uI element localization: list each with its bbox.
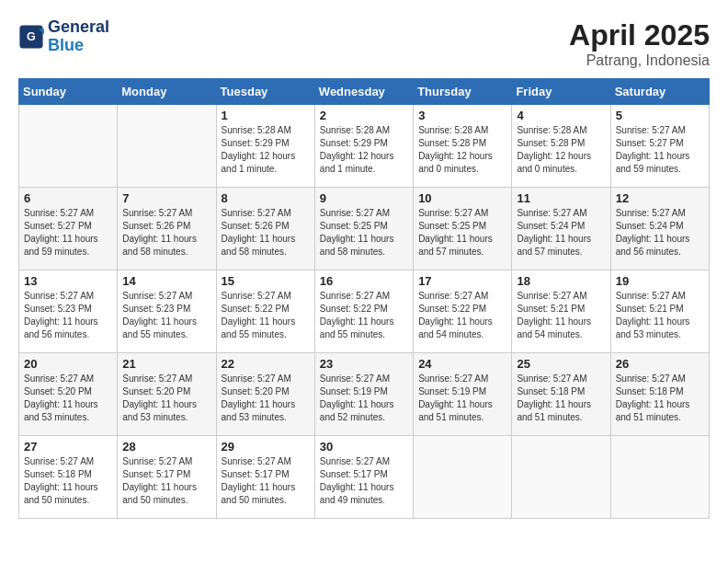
day-number: 11 [517,191,605,205]
day-number: 25 [517,357,605,371]
page-header: G General Blue April 2025 Patrang, Indon… [18,18,710,69]
calendar-week-row: 1Sunrise: 5:28 AM Sunset: 5:29 PM Daylig… [19,105,710,188]
calendar-day-cell: 25Sunrise: 5:27 AM Sunset: 5:18 PM Dayli… [512,353,610,436]
day-number: 23 [320,357,408,371]
day-number: 27 [24,440,112,454]
calendar-day-cell: 19Sunrise: 5:27 AM Sunset: 5:21 PM Dayli… [610,270,709,353]
day-content: Sunrise: 5:27 AM Sunset: 5:19 PM Dayligh… [418,373,506,424]
calendar-day-cell [19,105,118,188]
day-content: Sunrise: 5:27 AM Sunset: 5:19 PM Dayligh… [320,373,408,424]
calendar-week-row: 6Sunrise: 5:27 AM Sunset: 5:27 PM Daylig… [19,188,710,270]
day-content: Sunrise: 5:27 AM Sunset: 5:20 PM Dayligh… [122,373,210,424]
calendar-day-cell: 13Sunrise: 5:27 AM Sunset: 5:23 PM Dayli… [19,270,118,353]
calendar-day-cell: 10Sunrise: 5:27 AM Sunset: 5:25 PM Dayli… [414,188,512,270]
calendar-day-cell: 5Sunrise: 5:27 AM Sunset: 5:27 PM Daylig… [610,105,709,188]
calendar-day-cell: 7Sunrise: 5:27 AM Sunset: 5:26 PM Daylig… [118,188,216,270]
calendar-day-cell: 30Sunrise: 5:27 AM Sunset: 5:17 PM Dayli… [314,436,413,519]
day-content: Sunrise: 5:27 AM Sunset: 5:20 PM Dayligh… [24,373,112,424]
day-content: Sunrise: 5:27 AM Sunset: 5:17 PM Dayligh… [122,455,210,507]
day-content: Sunrise: 5:28 AM Sunset: 5:29 PM Dayligh… [222,124,310,176]
calendar-day-cell: 23Sunrise: 5:27 AM Sunset: 5:19 PM Dayli… [314,353,413,436]
calendar-day-cell: 9Sunrise: 5:27 AM Sunset: 5:25 PM Daylig… [314,188,413,270]
calendar-body: 1Sunrise: 5:28 AM Sunset: 5:29 PM Daylig… [19,105,710,519]
day-number: 26 [616,357,704,371]
day-number: 28 [122,440,210,454]
day-number: 10 [418,191,506,205]
calendar-header-cell: Thursday [414,79,512,105]
day-content: Sunrise: 5:27 AM Sunset: 5:22 PM Dayligh… [222,290,310,341]
day-content: Sunrise: 5:27 AM Sunset: 5:25 PM Dayligh… [320,207,408,259]
calendar-day-cell: 18Sunrise: 5:27 AM Sunset: 5:21 PM Dayli… [512,270,610,353]
calendar-day-cell: 1Sunrise: 5:28 AM Sunset: 5:29 PM Daylig… [216,105,314,188]
calendar-table: SundayMondayTuesdayWednesdayThursdayFrid… [18,78,710,519]
calendar-header-cell: Sunday [19,79,118,105]
calendar-day-cell: 22Sunrise: 5:27 AM Sunset: 5:20 PM Dayli… [216,353,314,436]
day-content: Sunrise: 5:27 AM Sunset: 5:27 PM Dayligh… [24,207,112,259]
calendar-day-cell: 4Sunrise: 5:28 AM Sunset: 5:28 PM Daylig… [512,105,610,188]
calendar-day-cell: 27Sunrise: 5:27 AM Sunset: 5:18 PM Dayli… [19,436,118,519]
day-number: 29 [222,440,310,454]
day-content: Sunrise: 5:27 AM Sunset: 5:26 PM Dayligh… [122,207,210,259]
day-number: 24 [418,357,506,371]
day-content: Sunrise: 5:28 AM Sunset: 5:28 PM Dayligh… [517,124,605,176]
logo-line2: Blue [48,37,109,55]
day-content: Sunrise: 5:27 AM Sunset: 5:23 PM Dayligh… [24,290,112,341]
day-number: 9 [320,191,408,205]
day-content: Sunrise: 5:27 AM Sunset: 5:17 PM Dayligh… [222,455,310,507]
calendar-day-cell: 11Sunrise: 5:27 AM Sunset: 5:24 PM Dayli… [512,188,610,270]
day-content: Sunrise: 5:27 AM Sunset: 5:18 PM Dayligh… [24,455,112,507]
day-number: 15 [222,274,310,288]
calendar-header-cell: Monday [118,79,216,105]
title-block: April 2025 Patrang, Indonesia [569,18,710,69]
calendar-day-cell: 29Sunrise: 5:27 AM Sunset: 5:17 PM Dayli… [216,436,314,519]
calendar-day-cell [118,105,216,188]
day-number: 21 [122,357,210,371]
logo-icon: G [18,24,44,50]
day-number: 13 [24,274,112,288]
calendar-week-row: 27Sunrise: 5:27 AM Sunset: 5:18 PM Dayli… [19,436,710,519]
day-content: Sunrise: 5:28 AM Sunset: 5:28 PM Dayligh… [418,124,506,176]
day-content: Sunrise: 5:27 AM Sunset: 5:18 PM Dayligh… [517,373,605,424]
day-number: 22 [222,357,310,371]
day-content: Sunrise: 5:27 AM Sunset: 5:17 PM Dayligh… [320,455,408,507]
calendar-day-cell: 14Sunrise: 5:27 AM Sunset: 5:23 PM Dayli… [118,270,216,353]
logo-line1: General [48,18,109,37]
location: Patrang, Indonesia [569,52,710,69]
calendar-week-row: 13Sunrise: 5:27 AM Sunset: 5:23 PM Dayli… [19,270,710,353]
calendar-day-cell: 12Sunrise: 5:27 AM Sunset: 5:24 PM Dayli… [610,188,709,270]
calendar-day-cell: 24Sunrise: 5:27 AM Sunset: 5:19 PM Dayli… [414,353,512,436]
calendar-day-cell: 6Sunrise: 5:27 AM Sunset: 5:27 PM Daylig… [19,188,118,270]
day-content: Sunrise: 5:27 AM Sunset: 5:24 PM Dayligh… [517,207,605,259]
calendar-day-cell: 21Sunrise: 5:27 AM Sunset: 5:20 PM Dayli… [118,353,216,436]
day-content: Sunrise: 5:27 AM Sunset: 5:22 PM Dayligh… [320,290,408,341]
day-number: 3 [418,109,506,122]
day-content: Sunrise: 5:27 AM Sunset: 5:27 PM Dayligh… [616,124,704,176]
calendar-day-cell: 15Sunrise: 5:27 AM Sunset: 5:22 PM Dayli… [216,270,314,353]
day-content: Sunrise: 5:27 AM Sunset: 5:18 PM Dayligh… [616,373,704,424]
day-content: Sunrise: 5:27 AM Sunset: 5:22 PM Dayligh… [418,290,506,341]
calendar-day-cell [414,436,512,519]
calendar-day-cell: 20Sunrise: 5:27 AM Sunset: 5:20 PM Dayli… [19,353,118,436]
day-content: Sunrise: 5:27 AM Sunset: 5:26 PM Dayligh… [222,207,310,259]
day-number: 6 [24,191,112,205]
calendar-header-row: SundayMondayTuesdayWednesdayThursdayFrid… [19,79,710,105]
calendar-day-cell: 3Sunrise: 5:28 AM Sunset: 5:28 PM Daylig… [414,105,512,188]
day-number: 12 [616,191,704,205]
calendar-day-cell: 16Sunrise: 5:27 AM Sunset: 5:22 PM Dayli… [314,270,413,353]
day-number: 30 [320,440,408,454]
calendar-day-cell [512,436,610,519]
calendar-day-cell: 8Sunrise: 5:27 AM Sunset: 5:26 PM Daylig… [216,188,314,270]
day-number: 2 [320,109,408,122]
day-number: 5 [616,109,704,122]
day-content: Sunrise: 5:28 AM Sunset: 5:29 PM Dayligh… [320,124,408,176]
day-number: 17 [418,274,506,288]
day-number: 4 [517,109,605,122]
day-content: Sunrise: 5:27 AM Sunset: 5:20 PM Dayligh… [222,373,310,424]
day-content: Sunrise: 5:27 AM Sunset: 5:24 PM Dayligh… [616,207,704,259]
calendar-day-cell: 28Sunrise: 5:27 AM Sunset: 5:17 PM Dayli… [118,436,216,519]
day-content: Sunrise: 5:27 AM Sunset: 5:21 PM Dayligh… [616,290,704,341]
calendar-header-cell: Tuesday [216,79,314,105]
logo: G General Blue [18,18,109,55]
month-title: April 2025 [569,18,710,52]
day-number: 19 [616,274,704,288]
